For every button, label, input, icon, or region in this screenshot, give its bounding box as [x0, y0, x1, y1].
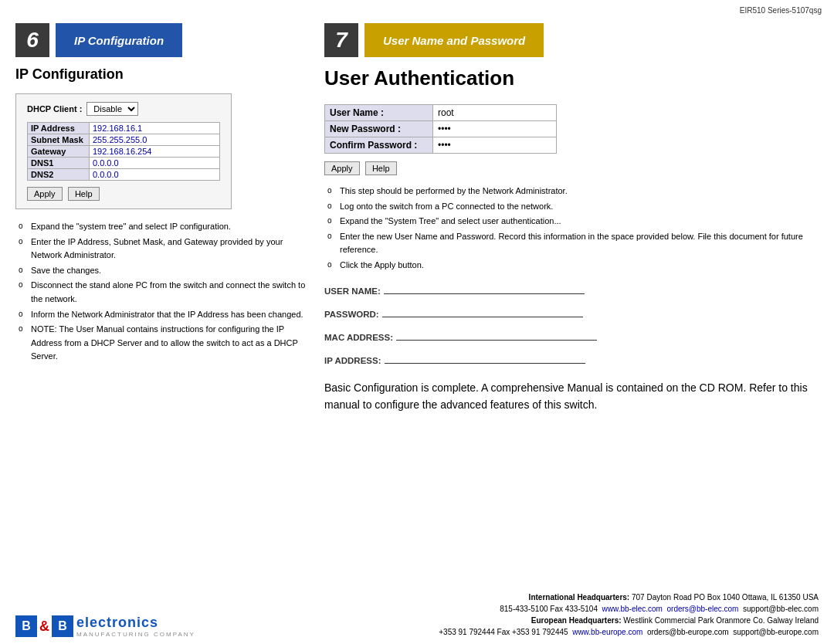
ip-field-value[interactable]	[90, 169, 220, 181]
dhcp-label: DHCP Client :	[27, 104, 82, 114]
left-step-number: 6	[15, 23, 49, 57]
footer-intl-web[interactable]: www.bb-elec.com	[602, 605, 663, 613]
bb-b1: B	[15, 615, 37, 637]
info-label: MAC ADDRESS:	[324, 333, 393, 342]
ip-input[interactable]	[93, 170, 216, 179]
auth-field-value[interactable]	[433, 137, 557, 154]
auth-table-row: New Password :	[325, 121, 557, 137]
footer-intl-contact: 815-433-5100 Fax 433-5104 www.bb-elec.co…	[208, 603, 819, 615]
ip-input[interactable]	[93, 158, 216, 168]
right-step-header: 7 User Name and Password	[324, 23, 819, 57]
info-label: IP ADDRESS:	[324, 356, 381, 365]
footer-eu-label: European Headquarters:	[531, 616, 622, 625]
bb-amp: &	[39, 619, 49, 635]
series-label: EIR510 Series-5107qsg	[740, 6, 822, 15]
bb-text-block: electronics MANUFACTURING COMPANY	[76, 615, 195, 638]
auth-input[interactable]	[438, 124, 551, 134]
right-step-number: 7	[324, 23, 358, 57]
right-bullet-item: Log onto the switch from a PC connected …	[327, 200, 819, 214]
left-bullet-item: NOTE: The User Manual contains instructi…	[19, 323, 309, 364]
info-value[interactable]	[396, 340, 597, 341]
auth-table-row: User Name :	[325, 105, 557, 121]
ip-field-label: IP Address	[28, 123, 90, 134]
info-value[interactable]	[384, 293, 585, 294]
left-bullet-list: Expand the "system tree" and select IP c…	[15, 220, 309, 364]
ip-field-value[interactable]	[90, 134, 220, 146]
ip-table: IP AddressSubnet MaskGatewayDNS1DNS2	[27, 122, 220, 181]
ip-field-label: DNS1	[28, 158, 90, 169]
footer-eu-support: support@bb-europe.com	[733, 628, 819, 636]
left-bullet-item: Inform the Network Administrator that th…	[19, 308, 309, 322]
left-bullet-item: Disconnect the stand alone PC from the s…	[19, 279, 309, 306]
ip-help-button[interactable]: Help	[68, 187, 100, 201]
right-bullet-item: Click the Apply button.	[327, 259, 819, 273]
auth-table-row: Confirm Password :	[325, 137, 557, 154]
auth-field-value[interactable]	[433, 121, 557, 137]
ip-config-buttons: Apply Help	[27, 187, 220, 201]
left-bullet-item: Expand the "system tree" and select IP c…	[19, 220, 309, 234]
auth-field-label: Confirm Password :	[325, 137, 433, 154]
ip-field-label: Gateway	[28, 146, 90, 158]
footer: B & B electronics MANUFACTURING COMPANY …	[0, 584, 834, 644]
ip-config-box: DHCP Client : Disable Enable IP AddressS…	[15, 93, 232, 209]
ip-field-value[interactable]	[90, 158, 220, 169]
footer-eu-web[interactable]: www.bb-europe.com	[572, 628, 642, 636]
ip-input[interactable]	[93, 135, 216, 144]
ip-input[interactable]	[93, 124, 216, 133]
ip-apply-button[interactable]: Apply	[27, 187, 63, 201]
dhcp-select[interactable]: Disable Enable	[86, 102, 138, 116]
footer-intl-email[interactable]: orders@bb-elec.com	[666, 605, 738, 613]
left-bullet-item: Save the changes.	[19, 264, 309, 278]
auth-help-button[interactable]: Help	[365, 161, 397, 175]
ip-field-label: DNS2	[28, 169, 90, 181]
info-label: PASSWORD:	[324, 310, 379, 319]
auth-field-label: New Password :	[325, 121, 433, 137]
auth-input[interactable]	[438, 140, 551, 151]
auth-table: User Name :New Password :Confirm Passwor…	[324, 104, 557, 154]
auth-field-value[interactable]	[433, 105, 557, 121]
ip-field-label: Subnet Mask	[28, 134, 90, 146]
info-value[interactable]	[382, 317, 583, 317]
left-section-title: IP Configuration	[15, 66, 309, 83]
info-line: MAC ADDRESS:	[324, 333, 819, 342]
bb-logo-icon: B & B	[15, 615, 73, 637]
auth-apply-button[interactable]: Apply	[324, 161, 360, 175]
footer-eu-phone: +353 91 792444 Fax +353 91 792445	[439, 628, 568, 636]
info-line: USER NAME:	[324, 286, 819, 296]
footer-intl-label: International Headquarters:	[529, 593, 630, 602]
right-section-title: User Authentication	[324, 66, 819, 90]
auth-buttons: Apply Help	[324, 161, 819, 175]
left-tab: IP Configuration	[56, 23, 182, 57]
bb-electronics-text: electronics	[76, 615, 195, 631]
ip-table-row: DNS2	[28, 169, 220, 181]
ip-field-value[interactable]	[90, 123, 220, 134]
left-bullet-item: Enter the IP Address, Subnet Mask, and G…	[19, 236, 309, 263]
ip-table-row: Subnet Mask	[28, 134, 220, 146]
auth-field-label: User Name :	[325, 105, 433, 121]
info-label: USER NAME:	[324, 286, 381, 296]
info-lines: USER NAME:PASSWORD:MAC ADDRESS:IP ADDRES…	[324, 286, 819, 365]
left-section: 6 IP Configuration IP Configuration DHCP…	[15, 23, 309, 365]
right-bullet-item: Expand the "System Tree" and select user…	[327, 215, 819, 229]
footer-text: International Headquarters: 707 Dayton R…	[208, 591, 819, 638]
footer-intl-line: International Headquarters: 707 Dayton R…	[208, 591, 819, 603]
right-bullet-item: Enter the new User Name and Password. Re…	[327, 230, 819, 257]
footer-intl-address: 707 Dayton Road PO Box 1040 Ottawa, IL 6…	[632, 593, 819, 602]
left-step-header: 6 IP Configuration	[15, 23, 309, 57]
bb-mfg-text: MANUFACTURING COMPANY	[76, 631, 195, 638]
right-tab: User Name and Password	[364, 23, 544, 57]
ip-table-row: Gateway	[28, 146, 220, 158]
ip-table-row: IP Address	[28, 123, 220, 134]
info-value[interactable]	[385, 363, 585, 364]
complete-text: Basic Configuration is complete. A compr…	[324, 379, 819, 414]
info-line: PASSWORD:	[324, 310, 819, 319]
right-bullet-list: This step should be performed by the Net…	[324, 185, 819, 273]
ip-input[interactable]	[93, 147, 216, 156]
bb-logo: B & B electronics MANUFACTURING COMPANY	[15, 615, 195, 638]
ip-field-value[interactable]	[90, 146, 220, 158]
info-line: IP ADDRESS:	[324, 356, 819, 365]
dhcp-row: DHCP Client : Disable Enable	[27, 102, 220, 116]
footer-eu-line: European Headquarters: Westlink Commerci…	[208, 615, 819, 626]
footer-eu-address: Westlink Commercial Park Oranmore Co. Ga…	[623, 616, 819, 625]
auth-input[interactable]	[438, 107, 551, 118]
